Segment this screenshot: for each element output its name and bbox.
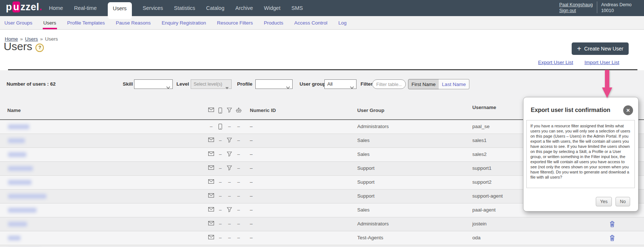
page-title-text: Users [4,40,32,53]
user-name-link-blurred[interactable] [8,222,27,227]
column-header-username: Username [472,105,496,110]
user-group-value: Sales [357,138,370,143]
envelope-icon [208,235,214,241]
help-icon[interactable]: ? [35,44,44,52]
funnel-icon [226,165,233,172]
numeric-id-value: – [250,151,253,157]
sub-nav-item-users[interactable]: Users [43,16,57,29]
no-value-dash: – [226,193,233,199]
username-value: support-agent [472,193,503,199]
user-group-value: Sales [357,207,370,213]
username-value: paal-agent [472,207,496,213]
export-user-list-link[interactable]: Export User List [538,60,573,65]
create-new-user-button[interactable]: + Create New User [572,42,629,55]
top-nav-item-statistics[interactable]: Statistics [174,5,195,11]
user-name-link-blurred[interactable] [8,138,25,143]
sub-nav-item-log[interactable]: Log [338,16,347,29]
last-name-toggle-button[interactable]: Last Name [439,79,469,89]
profile-link[interactable]: Paal Kongshaug [559,2,593,7]
sub-nav-item-access-control[interactable]: Access Control [294,16,328,29]
table-row: ––– [0,245,644,247]
envelope-icon [208,179,214,185]
top-nav-item-widget[interactable]: Widget [264,5,281,11]
no-value-dash: – [217,138,224,143]
no-value-dash: – [217,221,224,227]
no-value-dash: – [235,124,242,130]
user-group-value: Support [357,179,374,185]
account-divider [597,1,597,13]
top-nav-item-archive[interactable]: Archive [235,5,253,11]
no-value-dash: – [226,235,233,241]
no-value-dash: – [226,221,233,227]
annotation-arrow-icon [600,70,614,100]
user-name-link-blurred[interactable] [8,208,37,213]
user-name-link-blurred[interactable] [8,180,31,185]
filter-table-input[interactable] [372,79,406,89]
delete-user-trash-icon[interactable] [609,235,615,243]
top-nav-item-users[interactable]: Users [108,2,132,19]
first-name-toggle-button[interactable]: First Name [408,79,439,89]
no-value-dash: – [217,165,224,171]
user-name-link-blurred[interactable] [8,152,26,157]
envelope-icon [208,193,214,199]
export-confirmation-dialog: Export user list confirmation × If you h… [523,97,639,212]
level-select-disabled[interactable]: Select level(s) [191,79,232,89]
top-nav-item-home[interactable]: Home [49,5,63,11]
chevron-down-icon [166,83,170,92]
numeric-id-value: – [250,221,253,227]
top-nav-item-catalog[interactable]: Catalog [206,5,224,11]
no-value-dash: – [235,207,242,213]
sub-nav-item-resource-filters[interactable]: Resource Filters [216,16,254,29]
envelope-icon [208,165,214,171]
top-nav-item-real-time[interactable]: Real-time [74,5,97,11]
numeric-id-value: – [250,235,253,240]
sub-nav-item-enquiry-registration[interactable]: Enquiry Registration [161,16,207,29]
section-divider [8,69,637,70]
no-value-dash: – [217,151,224,157]
sub-nav-item-profile-templates[interactable]: Profile Templates [66,16,106,29]
sign-out-link[interactable]: Sign out [559,8,593,13]
import-user-list-link[interactable]: Import User List [584,60,619,65]
level-label: Level [176,79,189,89]
mobile-icon [217,124,224,131]
dialog-no-button[interactable]: No [616,197,630,206]
skill-select[interactable] [134,79,173,89]
no-value-dash: – [235,221,242,227]
no-value-dash: – [235,151,242,157]
caret-down-icon [225,83,229,92]
top-nav-item-services[interactable]: Services [143,5,163,11]
profile-select[interactable] [255,79,293,89]
puzzel-logo[interactable]: puzzel. [6,1,42,13]
user-group-select-value: All [327,81,332,87]
number-of-users-label: Number of users : 62 [7,79,56,89]
column-header-name: Name [7,108,21,113]
user-group-value: Administrators [357,124,389,129]
sub-nav-item-products[interactable]: Products [263,16,284,29]
delete-user-trash-icon[interactable] [609,221,615,229]
plus-icon: + [577,45,581,52]
numeric-id-value: – [250,207,253,213]
sub-nav-bar: User GroupsUsersProfile TemplatesPause R… [0,16,644,30]
user-name-link-blurred[interactable] [8,124,29,129]
logo-u: u [12,1,20,12]
user-group-value: Administrators [357,221,389,227]
user-group-select[interactable]: All [324,79,357,89]
user-name-link-blurred[interactable] [8,194,46,199]
numeric-id-value: – [250,138,253,143]
username-value: paal_se [472,124,489,129]
sub-nav-list: User GroupsUsersProfile TemplatesPause R… [0,16,644,29]
no-value-dash: – [217,193,224,199]
close-icon[interactable]: × [623,105,633,115]
logo-text: p [6,1,12,12]
sub-nav-item-user-groups[interactable]: User Groups [4,16,33,29]
mobile-phone-icon [217,108,224,115]
user-name-link-blurred[interactable] [8,236,20,240]
top-nav-item-sms[interactable]: SMS [291,5,303,11]
numeric-id-value: – [250,165,253,171]
funnel-icon [226,151,233,158]
funnel-icon [226,138,233,144]
top-nav-list: HomeReal-timeUsersServicesStatisticsCata… [49,0,303,16]
dialog-yes-button[interactable]: Yes [596,197,612,206]
numeric-id-value: – [250,124,253,129]
user-name-link-blurred[interactable] [8,166,33,171]
